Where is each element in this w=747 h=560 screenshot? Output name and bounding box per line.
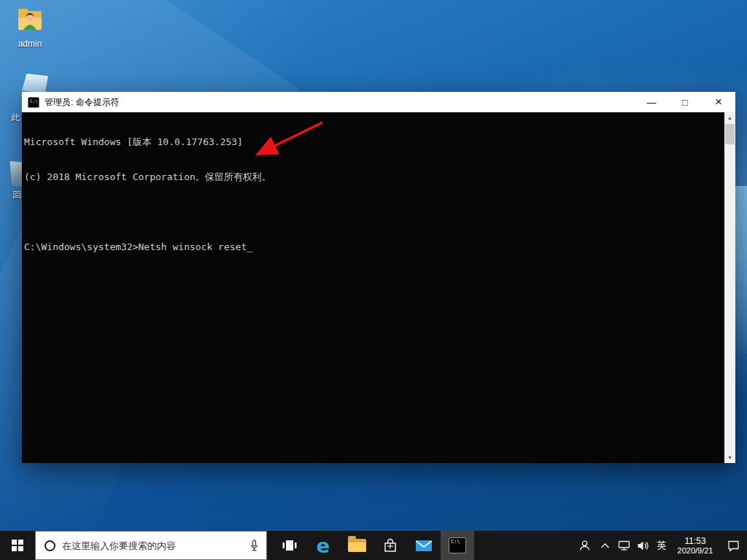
speaker-icon — [637, 540, 649, 551]
network-button[interactable] — [614, 531, 633, 560]
window-title: 管理员: 命令提示符 — [44, 96, 120, 109]
taskbar: e C:\ — [0, 531, 747, 560]
mail-envelope-icon — [415, 539, 433, 553]
edge-browser-button[interactable]: e — [306, 531, 340, 560]
terminal-line: (c) 2018 Microsoft Corporation。保留所有权利。 — [24, 171, 722, 183]
maximize-icon: □ — [682, 97, 688, 108]
chevron-up-icon — [600, 542, 610, 549]
scrollbar-thumb[interactable] — [725, 124, 735, 144]
close-icon: × — [715, 95, 722, 109]
prompt-command-text: C:\Windows\system32>Netsh winsock reset — [24, 241, 247, 252]
network-icon — [618, 540, 630, 551]
terminal-output[interactable]: Microsoft Windows [版本 10.0.17763.253] (c… — [22, 112, 724, 463]
clock[interactable]: 11:53 2020/9/21 — [671, 531, 719, 560]
start-button[interactable] — [0, 531, 35, 560]
folder-icon — [348, 539, 366, 552]
mail-button[interactable] — [407, 531, 441, 560]
scrollbar[interactable]: ▲ ▼ — [724, 112, 735, 463]
scroll-down-icon[interactable]: ▼ — [724, 452, 735, 463]
terminal-line — [24, 206, 722, 218]
store-bag-icon — [382, 537, 398, 553]
windows-logo-icon — [12, 540, 23, 551]
cmd-taskbar-button[interactable]: C:\ — [441, 531, 474, 560]
people-icon — [578, 540, 591, 551]
microphone-icon[interactable] — [249, 540, 259, 552]
file-explorer-button[interactable] — [340, 531, 374, 560]
minimize-icon: — — [647, 97, 657, 108]
window-controls: — □ × — [635, 92, 735, 112]
desktop-icon-label: admin — [7, 39, 53, 49]
taskbar-search-box[interactable] — [35, 531, 267, 560]
tray-time: 11:53 — [678, 536, 713, 546]
cmd-app-icon: C:\ — [28, 97, 39, 108]
ime-language-label: 英 — [657, 539, 667, 552]
terminal-prompt-line: C:\Windows\system32>Netsh winsock reset_ — [24, 241, 722, 253]
search-input[interactable] — [62, 540, 245, 551]
microsoft-store-button[interactable] — [374, 531, 407, 560]
close-button[interactable]: × — [702, 92, 735, 112]
user-folder-icon — [16, 7, 44, 34]
light-beam — [735, 186, 747, 354]
cmd-icon: C:\ — [449, 537, 466, 553]
desktop-icon-label-partial: 回 — [12, 189, 21, 201]
desktop-icon-label-partial: 此 — [11, 112, 20, 124]
tray-date: 2020/9/21 — [678, 546, 713, 556]
action-center-button[interactable] — [719, 531, 747, 560]
ime-indicator[interactable]: 英 — [652, 531, 671, 560]
edge-icon: e — [317, 536, 330, 556]
scroll-up-icon[interactable]: ▲ — [724, 112, 735, 123]
cortana-search-icon — [44, 540, 55, 551]
people-button[interactable] — [573, 531, 595, 560]
terminal-line: Microsoft Windows [版本 10.0.17763.253] — [24, 136, 722, 148]
minimize-button[interactable]: — — [635, 92, 668, 112]
desktop-icon-admin[interactable]: admin — [7, 7, 53, 49]
desktop-icon-partial[interactable] — [22, 74, 48, 93]
cmd-titlebar[interactable]: C:\ 管理员: 命令提示符 — □ × — [22, 92, 735, 112]
task-view-icon — [282, 538, 298, 553]
notification-icon — [727, 540, 740, 552]
cmd-window: C:\ 管理员: 命令提示符 — □ × Microsoft Windows [… — [22, 92, 735, 463]
volume-button[interactable] — [633, 531, 652, 560]
text-cursor: _ — [247, 241, 252, 252]
system-tray: 英 11:53 2020/9/21 — [573, 531, 747, 560]
maximize-button[interactable]: □ — [668, 92, 702, 112]
tray-overflow-button[interactable] — [595, 531, 614, 560]
task-view-button[interactable] — [273, 531, 306, 560]
terminal-area: Microsoft Windows [版本 10.0.17763.253] (c… — [22, 112, 735, 463]
